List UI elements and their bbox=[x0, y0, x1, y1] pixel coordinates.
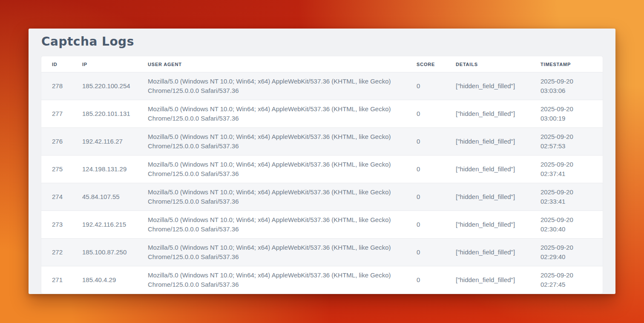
cell-id: 274 bbox=[41, 183, 82, 211]
cell-score: 0 bbox=[417, 266, 456, 294]
column-header-id: ID bbox=[41, 56, 82, 72]
cell-ip: 192.42.116.215 bbox=[82, 211, 148, 239]
page-title: Captcha Logs bbox=[41, 35, 603, 48]
cell-details: ["hidden_field_filled"] bbox=[456, 239, 540, 266]
column-header-ip: IP bbox=[82, 56, 148, 72]
column-header-score: SCORE bbox=[417, 56, 456, 72]
cell-details: ["hidden_field_filled"] bbox=[456, 266, 540, 294]
cell-ip: 185.40.4.29 bbox=[82, 266, 148, 294]
cell-user-agent: Mozilla/5.0 (Windows NT 10.0; Win64; x64… bbox=[148, 239, 417, 266]
table-row: 274 45.84.107.55 Mozilla/5.0 (Windows NT… bbox=[41, 183, 603, 211]
table-row: 276 192.42.116.27 Mozilla/5.0 (Windows N… bbox=[41, 128, 603, 156]
cell-ip: 185.100.87.250 bbox=[82, 239, 148, 266]
cell-score: 0 bbox=[417, 128, 456, 156]
column-header-timestamp: TIMESTAMP bbox=[540, 56, 603, 72]
cell-id: 271 bbox=[41, 266, 82, 294]
cell-timestamp: 2025-09-20 02:30:40 bbox=[540, 211, 603, 239]
cell-id: 277 bbox=[41, 100, 82, 128]
table-row: 272 185.100.87.250 Mozilla/5.0 (Windows … bbox=[41, 239, 603, 266]
cell-user-agent: Mozilla/5.0 (Windows NT 10.0; Win64; x64… bbox=[148, 183, 417, 211]
cell-id: 275 bbox=[41, 156, 82, 183]
cell-id: 278 bbox=[41, 72, 82, 100]
cell-score: 0 bbox=[417, 156, 456, 183]
cell-details: ["hidden_field_filled"] bbox=[456, 128, 540, 156]
cell-user-agent: Mozilla/5.0 (Windows NT 10.0; Win64; x64… bbox=[148, 211, 417, 239]
column-header-user-agent: USER AGENT bbox=[148, 56, 417, 72]
cell-user-agent: Mozilla/5.0 (Windows NT 10.0; Win64; x64… bbox=[148, 266, 417, 294]
cell-details: ["hidden_field_filled"] bbox=[456, 211, 540, 239]
cell-user-agent: Mozilla/5.0 (Windows NT 10.0; Win64; x64… bbox=[148, 100, 417, 128]
cell-user-agent: Mozilla/5.0 (Windows NT 10.0; Win64; x64… bbox=[148, 72, 417, 100]
table-row: 278 185.220.100.254 Mozilla/5.0 (Windows… bbox=[41, 72, 603, 100]
cell-id: 276 bbox=[41, 128, 82, 156]
table-row: 277 185.220.101.131 Mozilla/5.0 (Windows… bbox=[41, 100, 603, 128]
table-header: ID IP USER AGENT SCORE DETAILS TIMESTAMP bbox=[41, 56, 603, 72]
cell-ip: 45.84.107.55 bbox=[82, 183, 148, 211]
captcha-logs-table: ID IP USER AGENT SCORE DETAILS TIMESTAMP… bbox=[41, 56, 603, 294]
cell-ip: 185.220.100.254 bbox=[82, 72, 148, 100]
cell-details: ["hidden_field_filled"] bbox=[456, 156, 540, 183]
cell-score: 0 bbox=[417, 183, 456, 211]
cell-ip: 185.220.101.131 bbox=[82, 100, 148, 128]
cell-details: ["hidden_field_filled"] bbox=[456, 72, 540, 100]
cell-id: 272 bbox=[41, 239, 82, 266]
cell-score: 0 bbox=[417, 211, 456, 239]
table-header-row: ID IP USER AGENT SCORE DETAILS TIMESTAMP bbox=[41, 56, 603, 72]
table-row: 273 192.42.116.215 Mozilla/5.0 (Windows … bbox=[41, 211, 603, 239]
column-header-details: DETAILS bbox=[456, 56, 540, 72]
cell-id: 273 bbox=[41, 211, 82, 239]
cell-details: ["hidden_field_filled"] bbox=[456, 100, 540, 128]
cell-score: 0 bbox=[417, 100, 456, 128]
cell-timestamp: 2025-09-20 02:37:41 bbox=[540, 156, 603, 183]
cell-ip: 124.198.131.29 bbox=[82, 156, 148, 183]
cell-timestamp: 2025-09-20 02:33:41 bbox=[540, 183, 603, 211]
cell-score: 0 bbox=[417, 239, 456, 266]
captcha-logs-card: Captcha Logs ID IP USER AGENT SCORE DETA… bbox=[29, 29, 615, 294]
cell-ip: 192.42.116.27 bbox=[82, 128, 148, 156]
table-body: 278 185.220.100.254 Mozilla/5.0 (Windows… bbox=[41, 72, 603, 294]
captcha-logs-table-container: ID IP USER AGENT SCORE DETAILS TIMESTAMP… bbox=[41, 56, 603, 294]
cell-details: ["hidden_field_filled"] bbox=[456, 183, 540, 211]
cell-timestamp: 2025-09-20 02:27:45 bbox=[540, 266, 603, 294]
cell-timestamp: 2025-09-20 02:29:40 bbox=[540, 239, 603, 266]
cell-timestamp: 2025-09-20 02:57:53 bbox=[540, 128, 603, 156]
cell-score: 0 bbox=[417, 72, 456, 100]
cell-timestamp: 2025-09-20 03:00:19 bbox=[540, 100, 603, 128]
cell-timestamp: 2025-09-20 03:03:06 bbox=[540, 72, 603, 100]
cell-user-agent: Mozilla/5.0 (Windows NT 10.0; Win64; x64… bbox=[148, 156, 417, 183]
cell-user-agent: Mozilla/5.0 (Windows NT 10.0; Win64; x64… bbox=[148, 128, 417, 156]
table-row: 275 124.198.131.29 Mozilla/5.0 (Windows … bbox=[41, 156, 603, 183]
table-row: 271 185.40.4.29 Mozilla/5.0 (Windows NT … bbox=[41, 266, 603, 294]
